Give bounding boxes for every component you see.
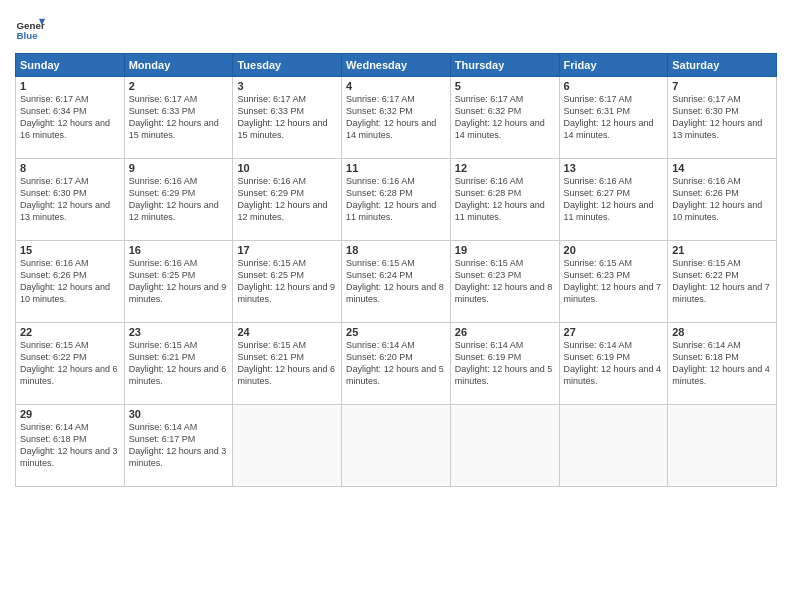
day-number: 18 [346,244,446,256]
day-info: Sunrise: 6:16 AMSunset: 6:28 PMDaylight:… [455,176,545,222]
calendar-header-tuesday: Tuesday [233,54,342,77]
calendar-cell: 12 Sunrise: 6:16 AMSunset: 6:28 PMDaylig… [450,159,559,241]
calendar-cell: 29 Sunrise: 6:14 AMSunset: 6:18 PMDaylig… [16,405,125,487]
day-number: 3 [237,80,337,92]
calendar-cell: 7 Sunrise: 6:17 AMSunset: 6:30 PMDayligh… [668,77,777,159]
logo: General Blue [15,15,45,45]
day-number: 4 [346,80,446,92]
day-info: Sunrise: 6:15 AMSunset: 6:22 PMDaylight:… [20,340,118,386]
day-info: Sunrise: 6:15 AMSunset: 6:25 PMDaylight:… [237,258,335,304]
calendar-cell: 6 Sunrise: 6:17 AMSunset: 6:31 PMDayligh… [559,77,668,159]
day-number: 20 [564,244,664,256]
calendar-cell: 25 Sunrise: 6:14 AMSunset: 6:20 PMDaylig… [342,323,451,405]
calendar-cell: 3 Sunrise: 6:17 AMSunset: 6:33 PMDayligh… [233,77,342,159]
day-number: 2 [129,80,229,92]
day-info: Sunrise: 6:14 AMSunset: 6:18 PMDaylight:… [672,340,770,386]
calendar-header-sunday: Sunday [16,54,125,77]
calendar-cell: 8 Sunrise: 6:17 AMSunset: 6:30 PMDayligh… [16,159,125,241]
calendar-table: SundayMondayTuesdayWednesdayThursdayFrid… [15,53,777,487]
calendar-header-wednesday: Wednesday [342,54,451,77]
calendar-cell: 20 Sunrise: 6:15 AMSunset: 6:23 PMDaylig… [559,241,668,323]
svg-text:Blue: Blue [17,30,39,41]
calendar-cell: 4 Sunrise: 6:17 AMSunset: 6:32 PMDayligh… [342,77,451,159]
day-number: 23 [129,326,229,338]
day-info: Sunrise: 6:16 AMSunset: 6:25 PMDaylight:… [129,258,227,304]
calendar-cell [668,405,777,487]
day-number: 14 [672,162,772,174]
day-info: Sunrise: 6:16 AMSunset: 6:29 PMDaylight:… [237,176,327,222]
day-info: Sunrise: 6:17 AMSunset: 6:30 PMDaylight:… [672,94,762,140]
calendar-cell: 23 Sunrise: 6:15 AMSunset: 6:21 PMDaylig… [124,323,233,405]
day-info: Sunrise: 6:17 AMSunset: 6:31 PMDaylight:… [564,94,654,140]
calendar-cell: 30 Sunrise: 6:14 AMSunset: 6:17 PMDaylig… [124,405,233,487]
day-number: 8 [20,162,120,174]
day-number: 12 [455,162,555,174]
logo-icon: General Blue [15,15,45,45]
day-info: Sunrise: 6:17 AMSunset: 6:30 PMDaylight:… [20,176,110,222]
day-number: 16 [129,244,229,256]
day-info: Sunrise: 6:14 AMSunset: 6:18 PMDaylight:… [20,422,118,468]
day-info: Sunrise: 6:17 AMSunset: 6:32 PMDaylight:… [455,94,545,140]
calendar-cell: 18 Sunrise: 6:15 AMSunset: 6:24 PMDaylig… [342,241,451,323]
calendar-cell [559,405,668,487]
calendar-cell: 19 Sunrise: 6:15 AMSunset: 6:23 PMDaylig… [450,241,559,323]
day-info: Sunrise: 6:17 AMSunset: 6:32 PMDaylight:… [346,94,436,140]
day-info: Sunrise: 6:16 AMSunset: 6:26 PMDaylight:… [20,258,110,304]
day-number: 27 [564,326,664,338]
calendar-cell: 14 Sunrise: 6:16 AMSunset: 6:26 PMDaylig… [668,159,777,241]
day-number: 26 [455,326,555,338]
day-info: Sunrise: 6:16 AMSunset: 6:26 PMDaylight:… [672,176,762,222]
calendar-header-saturday: Saturday [668,54,777,77]
day-number: 19 [455,244,555,256]
day-info: Sunrise: 6:15 AMSunset: 6:24 PMDaylight:… [346,258,444,304]
calendar-cell: 17 Sunrise: 6:15 AMSunset: 6:25 PMDaylig… [233,241,342,323]
calendar-header-thursday: Thursday [450,54,559,77]
day-info: Sunrise: 6:14 AMSunset: 6:19 PMDaylight:… [564,340,662,386]
day-number: 9 [129,162,229,174]
calendar-cell: 22 Sunrise: 6:15 AMSunset: 6:22 PMDaylig… [16,323,125,405]
calendar-week-row: 29 Sunrise: 6:14 AMSunset: 6:18 PMDaylig… [16,405,777,487]
day-number: 21 [672,244,772,256]
day-number: 15 [20,244,120,256]
day-info: Sunrise: 6:15 AMSunset: 6:23 PMDaylight:… [455,258,553,304]
day-info: Sunrise: 6:17 AMSunset: 6:33 PMDaylight:… [237,94,327,140]
day-info: Sunrise: 6:15 AMSunset: 6:21 PMDaylight:… [237,340,335,386]
day-number: 13 [564,162,664,174]
day-number: 10 [237,162,337,174]
calendar-cell [342,405,451,487]
calendar-cell: 1 Sunrise: 6:17 AMSunset: 6:34 PMDayligh… [16,77,125,159]
calendar-cell: 15 Sunrise: 6:16 AMSunset: 6:26 PMDaylig… [16,241,125,323]
day-info: Sunrise: 6:14 AMSunset: 6:20 PMDaylight:… [346,340,444,386]
calendar-cell: 9 Sunrise: 6:16 AMSunset: 6:29 PMDayligh… [124,159,233,241]
day-info: Sunrise: 6:16 AMSunset: 6:29 PMDaylight:… [129,176,219,222]
calendar-header-friday: Friday [559,54,668,77]
calendar-cell: 24 Sunrise: 6:15 AMSunset: 6:21 PMDaylig… [233,323,342,405]
day-info: Sunrise: 6:17 AMSunset: 6:33 PMDaylight:… [129,94,219,140]
calendar-cell: 28 Sunrise: 6:14 AMSunset: 6:18 PMDaylig… [668,323,777,405]
day-number: 5 [455,80,555,92]
day-number: 6 [564,80,664,92]
calendar-cell: 13 Sunrise: 6:16 AMSunset: 6:27 PMDaylig… [559,159,668,241]
calendar-cell: 5 Sunrise: 6:17 AMSunset: 6:32 PMDayligh… [450,77,559,159]
calendar-cell: 16 Sunrise: 6:16 AMSunset: 6:25 PMDaylig… [124,241,233,323]
calendar-week-row: 1 Sunrise: 6:17 AMSunset: 6:34 PMDayligh… [16,77,777,159]
day-number: 11 [346,162,446,174]
day-number: 7 [672,80,772,92]
calendar-cell: 26 Sunrise: 6:14 AMSunset: 6:19 PMDaylig… [450,323,559,405]
calendar-header-monday: Monday [124,54,233,77]
day-number: 24 [237,326,337,338]
day-info: Sunrise: 6:14 AMSunset: 6:19 PMDaylight:… [455,340,553,386]
day-info: Sunrise: 6:15 AMSunset: 6:21 PMDaylight:… [129,340,227,386]
day-info: Sunrise: 6:16 AMSunset: 6:27 PMDaylight:… [564,176,654,222]
calendar-week-row: 8 Sunrise: 6:17 AMSunset: 6:30 PMDayligh… [16,159,777,241]
day-number: 1 [20,80,120,92]
day-number: 17 [237,244,337,256]
calendar-cell [450,405,559,487]
day-number: 29 [20,408,120,420]
day-info: Sunrise: 6:14 AMSunset: 6:17 PMDaylight:… [129,422,227,468]
calendar-week-row: 22 Sunrise: 6:15 AMSunset: 6:22 PMDaylig… [16,323,777,405]
calendar-cell [233,405,342,487]
day-info: Sunrise: 6:16 AMSunset: 6:28 PMDaylight:… [346,176,436,222]
calendar-cell: 27 Sunrise: 6:14 AMSunset: 6:19 PMDaylig… [559,323,668,405]
calendar-cell: 10 Sunrise: 6:16 AMSunset: 6:29 PMDaylig… [233,159,342,241]
